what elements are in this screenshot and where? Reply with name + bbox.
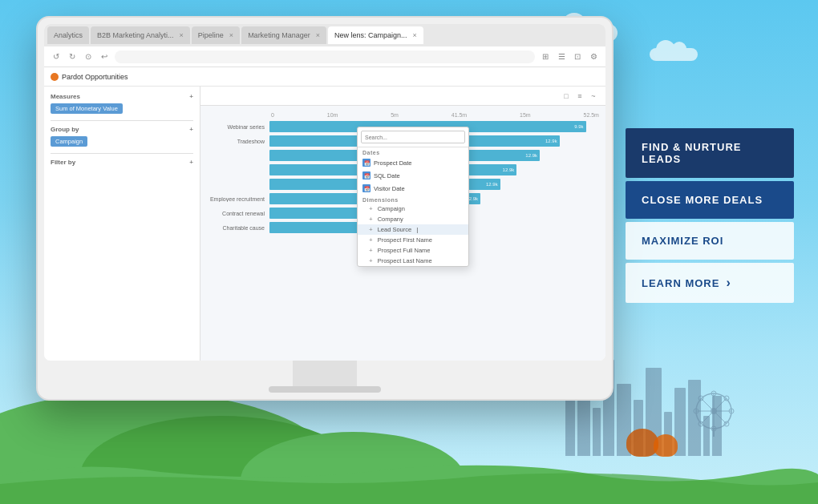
find-nurture-button[interactable]: FIND & NURTURE LEADS — [626, 128, 794, 178]
monitor: Analytics B2B Marketing Analyti... × Pip… — [36, 16, 614, 401]
chart-value-4: 12.9k — [486, 182, 498, 187]
right-panel: FIND & NURTURE LEADS CLOSE MORE DEALS MA… — [626, 128, 794, 306]
list-btn[interactable]: ☰ — [556, 51, 567, 62]
monitor-stand — [293, 361, 357, 393]
maximize-roi-button[interactable]: MAXIMIZE ROI — [626, 222, 794, 260]
learn-more-button[interactable]: LEARN MORE › — [626, 263, 794, 303]
tab-new-lens-close[interactable]: × — [412, 31, 416, 39]
dropdown-item-company[interactable]: + Company — [358, 214, 468, 224]
plus-prospect-last: + — [369, 257, 373, 264]
tab-analytics-label: Analytics — [54, 31, 83, 39]
visitor-date-icon: 📅 — [362, 184, 371, 192]
undo-button[interactable]: ↩ — [99, 51, 110, 62]
sidebar-divider-2 — [51, 153, 193, 154]
chart-axis-labels: 0 10m 5m 41.5m 15m 52.5m — [271, 112, 599, 118]
chart-view-btn-3[interactable]: ~ — [588, 91, 599, 102]
dropdown-item-prospect-date[interactable]: 📅 Prospect Date — [358, 156, 468, 169]
dropdown-search — [358, 127, 468, 147]
app-title: Pardot Opportunities — [62, 73, 128, 81]
back-button[interactable]: ↺ — [51, 51, 62, 62]
dropdown-item-visitor-date[interactable]: 📅 Visitor Date — [358, 182, 468, 195]
dropdown-search-input[interactable] — [361, 131, 465, 143]
app-logo: Pardot Opportunities — [51, 73, 128, 81]
tab-pipeline[interactable]: Pipeline × — [192, 26, 240, 44]
dropdown-overlay: Dates 📅 Prospect Date 📅 SQL Date 📅 Visit… — [357, 127, 469, 267]
chart-view-btn-1[interactable]: □ — [561, 91, 572, 102]
tab-b2b-label: B2B Marketing Analyti... — [97, 31, 174, 39]
filterby-section: Filter by + — [51, 159, 193, 166]
chart-label-7: Charitable cause — [207, 225, 269, 231]
groupby-tag[interactable]: Campaign — [51, 136, 87, 147]
chart-toolbar: □ ≡ ~ — [200, 87, 605, 106]
chart-view-btn-2[interactable]: ≡ — [574, 91, 585, 102]
plus-company: + — [369, 216, 373, 223]
tab-pipeline-close[interactable]: × — [229, 31, 233, 39]
plus-prospect-full: + — [369, 247, 373, 254]
filterby-label: Filter by — [51, 159, 75, 166]
chart-label-5: Employee recruitment — [207, 196, 269, 202]
home-button[interactable]: ⊙ — [83, 51, 94, 62]
sql-date-icon: 📅 — [362, 171, 371, 179]
tab-new-lens[interactable]: New lens: Campaign... × — [328, 26, 423, 44]
tab-analytics[interactable]: Analytics — [47, 26, 89, 44]
sidebar-divider-1 — [51, 120, 193, 121]
tab-b2b[interactable]: B2B Marketing Analyti... × — [91, 26, 190, 44]
tab-marketing-label: Marketing Manager — [248, 31, 310, 39]
prospect-first-label: Prospect First Name — [378, 236, 432, 244]
close-deals-button[interactable]: CLOSE MORE DEALS — [626, 181, 794, 219]
dropdown-item-prospect-last-name[interactable]: + Prospect Last Name — [358, 256, 468, 266]
browser-toolbar: ↺ ↻ ⊙ ↩ ⊞ ☰ ⊡ ⚙ — [44, 46, 605, 67]
address-bar[interactable] — [115, 50, 535, 63]
prospect-date-icon: 📅 — [362, 159, 371, 167]
monitor-screen: Analytics B2B Marketing Analyti... × Pip… — [44, 24, 605, 361]
measures-header: Measures + — [51, 93, 193, 100]
dropdown-item-lead-source[interactable]: + Lead Source | — [358, 224, 468, 235]
dropdown-item-sql-date[interactable]: 📅 SQL Date — [358, 169, 468, 182]
chart-value-3: 12.9k — [503, 167, 515, 172]
tab-b2b-close[interactable]: × — [180, 31, 184, 39]
tab-pipeline-label: Pipeline — [198, 31, 224, 39]
grid-btn[interactable]: ⊞ — [540, 51, 551, 62]
filterby-header: Filter by + — [51, 159, 193, 166]
cursor-indicator: | — [416, 226, 418, 233]
chart-value-2: 12.9k — [525, 153, 537, 158]
sidebar: Measures + Sum of Monetary Value Group b… — [44, 87, 200, 361]
measures-tag[interactable]: Sum of Monetary Value — [51, 103, 123, 114]
chart-value-0: 9.9k — [574, 124, 583, 129]
measures-add-icon[interactable]: + — [189, 93, 193, 100]
groupby-label: Group by — [51, 126, 79, 133]
cloud-2 — [650, 48, 698, 61]
tab-new-lens-label: New lens: Campaign... — [334, 31, 407, 39]
sql-date-label: SQL Date — [374, 172, 400, 179]
chart-label-6: Contract renewal — [207, 211, 269, 216]
ferris-wheel — [690, 389, 738, 440]
chart-area: □ ≡ ~ 0 10m 5m 41.5m 15m 52.5m — [200, 87, 605, 361]
chart-btn[interactable]: ⊡ — [572, 51, 583, 62]
reload-button[interactable]: ↻ — [67, 51, 78, 62]
groupby-add-icon[interactable]: + — [189, 126, 193, 133]
prospect-last-label: Prospect Last Name — [378, 257, 432, 264]
lead-source-label: Lead Source — [378, 226, 412, 233]
groupby-header: Group by + — [51, 126, 193, 133]
browser-tabs: Analytics B2B Marketing Analyti... × Pip… — [44, 24, 605, 46]
logo-dot — [51, 73, 59, 81]
chart-label-1: Tradeshow — [207, 139, 269, 144]
monitor-container: Analytics B2B Marketing Analyti... × Pip… — [36, 16, 614, 401]
dropdown-item-prospect-first-name[interactable]: + Prospect First Name — [358, 235, 468, 245]
prospect-date-label: Prospect Date — [374, 159, 412, 167]
dropdown-section-dimensions: Dimensions — [358, 195, 468, 204]
filterby-add-icon[interactable]: + — [189, 159, 193, 166]
foliage — [626, 429, 678, 460]
groupby-section: Group by + Campaign — [51, 126, 193, 147]
plus-lead-source: + — [369, 226, 373, 233]
tab-marketing-close[interactable]: × — [316, 31, 320, 39]
dropdown-item-prospect-full-name[interactable]: + Prospect Full Name — [358, 245, 468, 256]
dropdown-item-campaign[interactable]: + Campaign — [358, 204, 468, 214]
dropdown-section-dates: Dates — [358, 147, 468, 156]
learn-more-arrow-icon: › — [726, 276, 731, 290]
app-body: Measures + Sum of Monetary Value Group b… — [44, 87, 605, 361]
settings-btn[interactable]: ⚙ — [588, 51, 599, 62]
tab-marketing[interactable]: Marketing Manager × — [241, 26, 326, 44]
campaign-label: Campaign — [378, 205, 405, 212]
measures-label: Measures — [51, 93, 80, 100]
